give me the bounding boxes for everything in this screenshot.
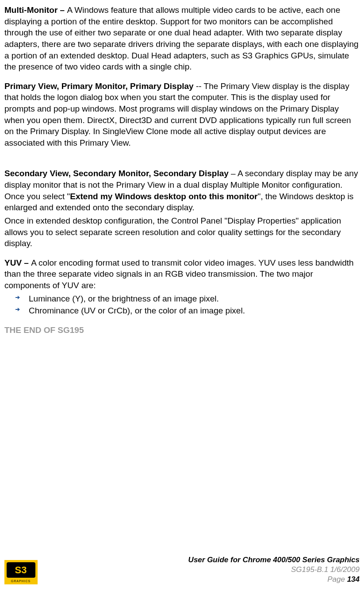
list-item: Luminance (Y), or the brightness of an i… [4,293,360,305]
svg-text:S3: S3 [15,564,27,576]
s3-graphics-logo: S3 GRAPHICS [4,560,38,584]
sep-secondary-view: – [229,169,238,178]
arrow-bullet-icon [15,307,20,312]
yuv-bullets: Luminance (Y), or the brightness of an i… [4,293,360,317]
bold-extend-desktop: Extend my Windows desktop onto this moni… [70,192,257,201]
body-multi-monitor: A Windows feature that allows multiple v… [4,5,359,71]
definition-yuv: YUV – A color encoding format used to tr… [4,257,360,291]
page-footer: S3 GRAPHICS User Guide for Chrome 400/50… [4,555,360,587]
secondary-view-para2: Once in extended desktop configuration, … [4,215,360,249]
definition-multi-monitor: Multi-Monitor – A Windows feature that a… [4,4,360,73]
bullet-text: Chrominance (UV or CrCb), or the color o… [29,306,245,315]
page-label: Page [327,575,347,583]
sep-primary-view: -- [194,81,204,91]
term-yuv: YUV – [4,258,31,267]
bullet-text: Luminance (Y), or the brightness of an i… [29,294,219,303]
term-secondary-view: Secondary View, Secondary Monitor, Secon… [4,169,229,178]
page-number: 134 [347,575,360,583]
svg-marker-1 [18,296,20,299]
footer-text-block: User Guide for Chrome 400/500 Series Gra… [188,555,360,584]
definition-secondary-view: Secondary View, Secondary Monitor, Secon… [4,168,360,213]
footer-page: Page 134 [188,575,360,584]
body-yuv: A color encoding format used to transmit… [4,258,354,290]
list-item: Chrominance (UV or CrCb), or the color o… [4,305,360,317]
definition-primary-view: Primary View, Primary Monitor, Primary D… [4,81,360,149]
body-primary-view: The Primary View display is the display … [4,81,351,147]
footer-doc-id: SG195-B.1 1/6/2009 [188,565,360,575]
footer-title: User Guide for Chrome 400/500 Series Gra… [188,555,360,565]
svg-text:GRAPHICS: GRAPHICS [11,579,31,583]
svg-marker-3 [18,308,20,311]
arrow-bullet-icon [15,295,20,300]
document-body: Multi-Monitor – A Windows feature that a… [4,4,360,555]
end-of-document: THE END OF SG195 [4,324,360,336]
term-primary-view: Primary View, Primary Monitor, Primary D… [4,81,194,91]
term-multi-monitor: Multi-Monitor – [4,5,67,15]
